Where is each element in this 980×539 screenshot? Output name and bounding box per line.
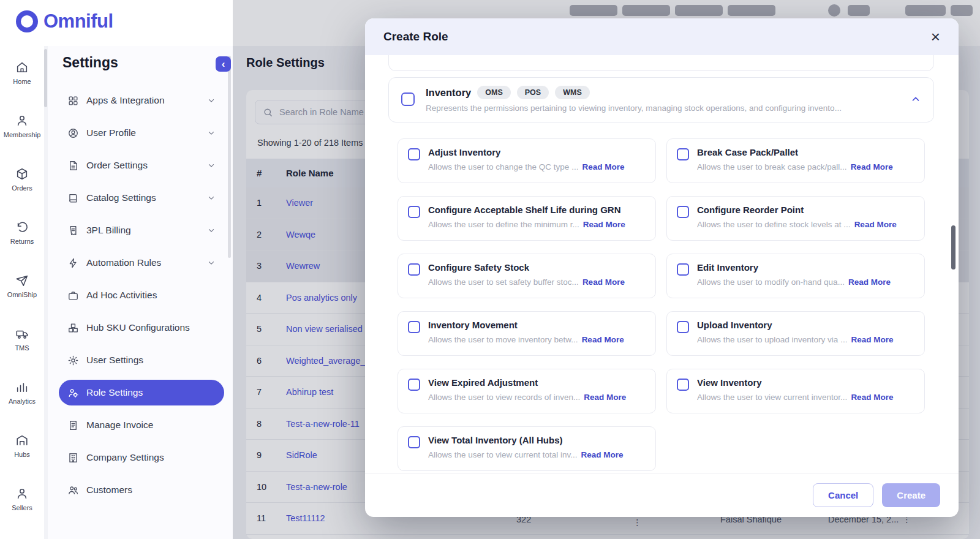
read-more-link[interactable]: Read More	[582, 162, 624, 172]
returns-icon	[15, 221, 29, 234]
cancel-button[interactable]: Cancel	[813, 483, 873, 507]
sidebar-item-order-settings[interactable]: Order Settings	[59, 153, 224, 178]
sellers-icon	[15, 487, 29, 500]
close-icon[interactable]: ×	[931, 29, 940, 45]
settings-panel-scrollbar[interactable]	[228, 56, 231, 258]
sidebar-item-role-settings[interactable]: Role Settings	[59, 380, 224, 405]
modal-scrollbar[interactable]	[951, 225, 956, 270]
sidebar-item-company-settings[interactable]: Company Settings	[59, 445, 224, 470]
building-icon	[67, 452, 79, 464]
permission-title: Adjust Inventory	[428, 147, 646, 157]
modal-header: Create Role ×	[365, 18, 959, 55]
permission-checkbox[interactable]	[408, 263, 420, 276]
permission-checkbox[interactable]	[677, 206, 689, 218]
permission-card: Edit Inventory Allows the user to modify…	[666, 254, 925, 298]
settings-sidebar-title: Settings	[62, 55, 118, 71]
rail-item-home[interactable]: Home	[0, 61, 44, 85]
tag-pos: POS	[517, 86, 549, 99]
permission-description: Allows the user to define the minimum r.…	[428, 220, 579, 229]
sidebar-item-ad-hoc-activities[interactable]: Ad Hoc Activities	[59, 282, 224, 308]
permission-title: View Inventory	[697, 377, 914, 388]
chevron-down-icon	[207, 226, 216, 235]
permission-card: Configure Acceptable Shelf Life during G…	[398, 196, 656, 241]
chevron-up-icon[interactable]	[910, 94, 921, 105]
read-more-link[interactable]: Read More	[848, 277, 891, 287]
rail-item-sellers[interactable]: Sellers	[0, 487, 44, 511]
permission-checkbox[interactable]	[677, 148, 689, 160]
group-title: Inventory	[426, 87, 471, 99]
rail-item-tms[interactable]: TMS	[0, 327, 44, 352]
sidebar-item-label: Catalog Settings	[86, 192, 200, 203]
rail-item-label: Home	[13, 78, 31, 85]
permission-description: Allows the user to move inventory betw..…	[428, 335, 578, 344]
sidebar-item-manage-invoice[interactable]: Manage Invoice	[59, 412, 224, 438]
read-more-link[interactable]: Read More	[581, 450, 624, 459]
permission-checkbox[interactable]	[408, 148, 420, 160]
omniship-icon	[15, 274, 29, 287]
omniful-logo-text: Omniful	[43, 10, 113, 32]
rail-item-orders[interactable]: Orders	[0, 167, 44, 192]
read-more-link[interactable]: Read More	[583, 220, 625, 229]
rail-item-hubs[interactable]: Hubs	[0, 434, 44, 458]
permission-checkbox[interactable]	[677, 321, 689, 333]
read-more-link[interactable]: Read More	[851, 393, 893, 402]
permission-checkbox[interactable]	[408, 436, 420, 448]
rail-item-label: Hubs	[14, 451, 30, 458]
rail-item-label: Membership	[4, 131, 41, 138]
rail-scrollbar[interactable]	[44, 49, 47, 107]
permission-checkbox[interactable]	[677, 263, 689, 276]
sidebar-item-hub-sku-configurations[interactable]: Hub SKU Configurations	[59, 315, 224, 341]
read-more-link[interactable]: Read More	[851, 162, 893, 172]
rail-item-returns[interactable]: Returns	[0, 221, 44, 245]
permission-description: Allows the user to set safety buffer sto…	[428, 277, 579, 287]
sidebar-item-user-profile[interactable]: User Profile	[59, 120, 224, 146]
permission-title: Configure Safety Stock	[428, 262, 646, 273]
permission-checkbox[interactable]	[408, 206, 420, 218]
read-more-link[interactable]: Read More	[584, 393, 626, 402]
modal-title: Create Role	[383, 30, 448, 43]
create-role-modal: Create Role × Inventory OMS POS WMS Repr…	[365, 18, 959, 517]
sidebar-item-label: Hub SKU Configurations	[86, 322, 216, 333]
create-button[interactable]: Create	[882, 483, 940, 507]
sidebar-item-label: User Settings	[86, 355, 216, 366]
permission-title: Break Case Pack/Pallet	[697, 147, 914, 157]
sidebar-item-label: Automation Rules	[86, 257, 200, 268]
inventory-permission-group: Inventory OMS POS WMS Represents the per…	[388, 77, 934, 123]
hubs-icon	[15, 434, 29, 447]
read-more-link[interactable]: Read More	[851, 335, 893, 344]
rail-item-omniship[interactable]: OmniShip	[0, 274, 44, 298]
home-icon	[15, 61, 29, 74]
collapse-panel-button[interactable]: ‹	[216, 56, 231, 72]
rail-item-label: Analytics	[9, 398, 36, 405]
permission-checkbox[interactable]	[408, 321, 420, 333]
sidebar-item-apps-integration[interactable]: Apps & Integration	[59, 88, 224, 113]
read-more-link[interactable]: Read More	[582, 277, 625, 287]
permission-title: Configure Reorder Point	[697, 205, 914, 215]
permission-card: Adjust Inventory Allows the user to chan…	[398, 138, 656, 183]
omniful-logo[interactable]: Omniful	[16, 10, 113, 32]
permission-checkbox[interactable]	[408, 379, 420, 391]
permission-card: Configure Safety Stock Allows the user t…	[398, 254, 656, 298]
permission-description: Allows the user to view records of inven…	[428, 393, 580, 402]
rail-item-label: Orders	[12, 184, 32, 192]
group-description: Represents the permissions pertaining to…	[426, 104, 899, 113]
sidebar-item-label: Ad Hoc Activities	[86, 290, 216, 301]
tag-oms: OMS	[477, 86, 510, 99]
rail-item-membership[interactable]: Membership	[0, 114, 44, 138]
sidebar-item-automation-rules[interactable]: Automation Rules	[59, 250, 224, 276]
sidebar-item-customers[interactable]: Customers	[59, 477, 224, 503]
sidebar-item-label: Manage Invoice	[86, 420, 216, 431]
sidebar-item-label: Order Settings	[86, 160, 200, 171]
read-more-link[interactable]: Read More	[582, 335, 624, 344]
permission-checkbox[interactable]	[677, 379, 689, 391]
chevron-down-icon	[207, 161, 216, 170]
inventory-group-checkbox[interactable]	[401, 92, 415, 106]
lightning-icon	[67, 257, 79, 269]
sidebar-item-catalog-settings[interactable]: Catalog Settings	[59, 185, 224, 211]
boxes-icon	[67, 322, 79, 334]
read-more-link[interactable]: Read More	[854, 220, 897, 229]
permission-title: Configure Acceptable Shelf Life during G…	[428, 205, 646, 215]
sidebar-item-3pl-billing[interactable]: 3PL Billing	[59, 217, 224, 243]
sidebar-item-user-settings[interactable]: User Settings	[59, 347, 224, 373]
rail-item-analytics[interactable]: Analytics	[0, 380, 44, 405]
